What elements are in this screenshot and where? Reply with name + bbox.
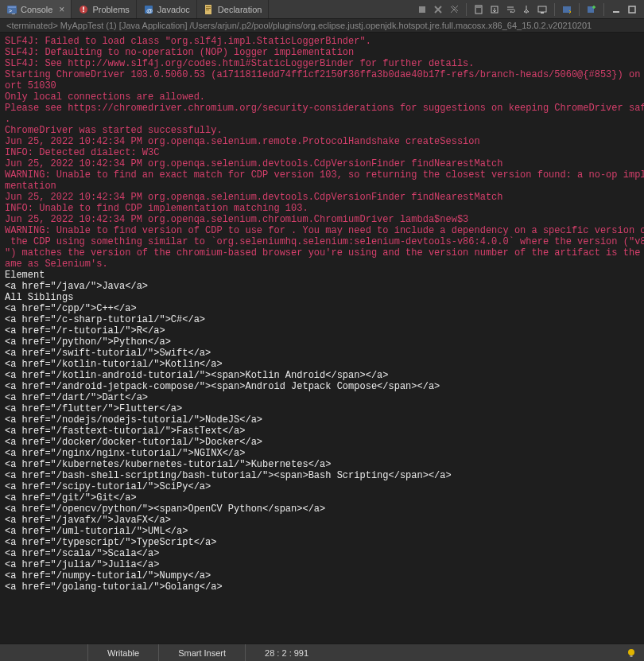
tab-javadoc[interactable]: @Javadoc (137, 0, 197, 18)
console-line: SLF4J: Defaulting to no-operation (NOP) … (5, 47, 639, 58)
problems-icon (78, 4, 89, 15)
console-toolbar (415, 2, 644, 17)
console-line: <a href="/javafx/">JavaFX</a> (5, 515, 639, 526)
console-line: mentation (5, 181, 639, 192)
console-line: Starting ChromeDriver 103.0.5060.53 (a17… (5, 69, 639, 80)
svg-rect-19 (613, 11, 619, 13)
display-icon[interactable] (535, 2, 549, 17)
toolbar-divider (466, 3, 467, 16)
console-icon: >_ (6, 4, 17, 15)
console-line: <a href="/swift-tutorial/">Swift</a> (5, 348, 639, 359)
launch-terminated-line: <terminated> MyAppTest (1) [Java Applica… (0, 19, 644, 33)
console-line: <a href="/fasttext-tutorial/">FastText</… (5, 426, 639, 437)
status-cursor-pos: 28 : 2 : 991 (245, 644, 328, 661)
svg-rect-4 (83, 6, 85, 10)
console-line: Jun 25, 2022 10:42:34 PM org.openqa.sele… (5, 192, 639, 203)
console-line: <a href="/typescript/">TypeScript</a> (5, 537, 639, 548)
console-line: . (5, 114, 639, 125)
toolbar-divider (554, 3, 555, 16)
remove-launch-icon[interactable] (431, 2, 445, 17)
console-line: <a href="/kotlin-tutorial/">Kotlin</a> (5, 359, 639, 370)
console-line: SLF4J: See http://www.slf4j.org/codes.ht… (5, 58, 639, 69)
status-empty (0, 644, 87, 661)
console-line: <a href="/flutter/">Flutter</a> (5, 403, 639, 414)
console-line: <a href="/nginx/nginx-tutorial/">NGINX</… (5, 448, 639, 459)
maximize-icon[interactable] (625, 2, 639, 17)
tab-label: Declaration (218, 5, 262, 14)
console-line: Only local connections are allowed. (5, 91, 639, 103)
svg-rect-9 (206, 6, 211, 7)
console-line: All Siblings (5, 292, 639, 303)
word-wrap-icon[interactable] (503, 2, 518, 17)
view-tabbar: >_Console×Problems@JavadocDeclaration (0, 0, 644, 19)
pin-icon[interactable] (519, 2, 533, 17)
svg-rect-11 (206, 10, 209, 10)
status-bar: Writable Smart Insert 28 : 2 : 991 (0, 644, 644, 661)
console-line: SLF4J: Failed to load class "org.slf4j.i… (5, 36, 639, 47)
javadoc-icon: @ (143, 4, 154, 15)
console-line: <a href="/c-sharp-tutorial/">C#</a> (5, 314, 639, 325)
tab-label: Console (21, 5, 52, 14)
console-line: <a href="/android-jetpack-compose/"><spa… (5, 381, 639, 392)
console-line: <a href="/dart/">Dart</a> (5, 392, 639, 403)
console-line: <a href="/julia/">Julia</a> (5, 559, 639, 570)
console-line: <a href="/scala/">Scala</a> (5, 548, 639, 559)
status-insert-mode: Smart Insert (158, 644, 245, 661)
console-line: <a href="/bash-shell-scripting/bash-tuto… (5, 470, 639, 481)
console-line: the CDP using something similar to `org.… (5, 236, 639, 247)
console-line: INFO: Unable to find CDP implementation … (5, 203, 639, 214)
console-line: Jun 25, 2022 10:42:34 PM org.openqa.sele… (5, 158, 639, 169)
clear-icon[interactable] (471, 2, 486, 17)
svg-rect-17 (563, 6, 571, 13)
declaration-icon (204, 4, 215, 15)
console-line: Jun 25, 2022 10:42:34 PM org.openqa.sele… (5, 214, 639, 225)
minimize-icon[interactable] (609, 2, 623, 17)
console-line: <a href="/r-tutorial/">R</a> (5, 325, 639, 336)
console-line: Please see https://chromedriver.chromium… (5, 103, 639, 114)
console-line: <a href="/numpy-tutorial/">Numpy</a> (5, 570, 639, 581)
console-line: <a href="/opencv/python/"><span>OpenCV P… (5, 504, 639, 515)
stop-icon[interactable] (415, 2, 429, 17)
console-line: ort 51030 (5, 80, 639, 91)
console-line: <a href="/golang-tutorial/">Golang</a> (5, 581, 639, 593)
svg-point-21 (628, 649, 634, 655)
svg-rect-10 (206, 8, 211, 9)
svg-text:@: @ (146, 7, 153, 14)
console-line: Element (5, 270, 639, 281)
svg-text:>_: >_ (9, 8, 15, 14)
console-line: ame as Selenium's. (5, 259, 639, 270)
console-line: WARNING: Unable to find version of CDP t… (5, 225, 639, 236)
svg-rect-5 (83, 10, 85, 12)
console-line: <a href="/kubernetes/kubernetes-tutorial… (5, 459, 639, 470)
tab-problems[interactable]: Problems (72, 0, 136, 18)
remove-all-icon[interactable] (447, 2, 461, 17)
open-console-icon[interactable] (560, 2, 574, 17)
console-line: INFO: Detected dialect: W3C (5, 147, 639, 158)
console-line: <a href="/python/">Python</a> (5, 336, 639, 348)
console-line: <a href="/scipy-tutorial/">SciPy</a> (5, 481, 639, 492)
tab-console[interactable]: >_Console× (0, 0, 72, 18)
tip-bulb-icon[interactable] (619, 648, 644, 658)
svg-rect-12 (419, 6, 425, 13)
console-line: <a href="/uml-tutorial/">UML</a> (5, 526, 639, 537)
svg-rect-20 (629, 6, 635, 13)
toolbar-divider (579, 3, 580, 16)
console-line: <a href="/git/">Git</a> (5, 492, 639, 504)
tab-declaration[interactable]: Declaration (197, 0, 270, 18)
console-line: <a href="/docker/docker-tutorial/">Docke… (5, 437, 639, 448)
console-line: WARNING: Unable to find an exact match f… (5, 169, 639, 181)
status-writable: Writable (87, 644, 158, 661)
console-line: <a href="/kotlin-android-tutorial/"><spa… (5, 370, 639, 381)
console-line: <a href="/java/">Java</a> (5, 281, 639, 292)
scroll-lock-icon[interactable] (487, 2, 502, 17)
new-console-icon[interactable] (584, 2, 599, 17)
close-icon[interactable]: × (59, 4, 64, 15)
console-line: ") matches the version of the chromium-b… (5, 247, 639, 259)
console-line: Jun 25, 2022 10:42:34 PM org.openqa.sele… (5, 136, 639, 147)
console-output[interactable]: SLF4J: Failed to load class "org.slf4j.i… (0, 33, 644, 644)
tab-label: Javadoc (157, 5, 190, 14)
svg-rect-16 (541, 12, 544, 14)
tab-label: Problems (92, 5, 129, 14)
svg-rect-22 (630, 655, 633, 657)
console-line: <a href="/nodejs/nodejs-tutorial/">NodeJ… (5, 414, 639, 426)
